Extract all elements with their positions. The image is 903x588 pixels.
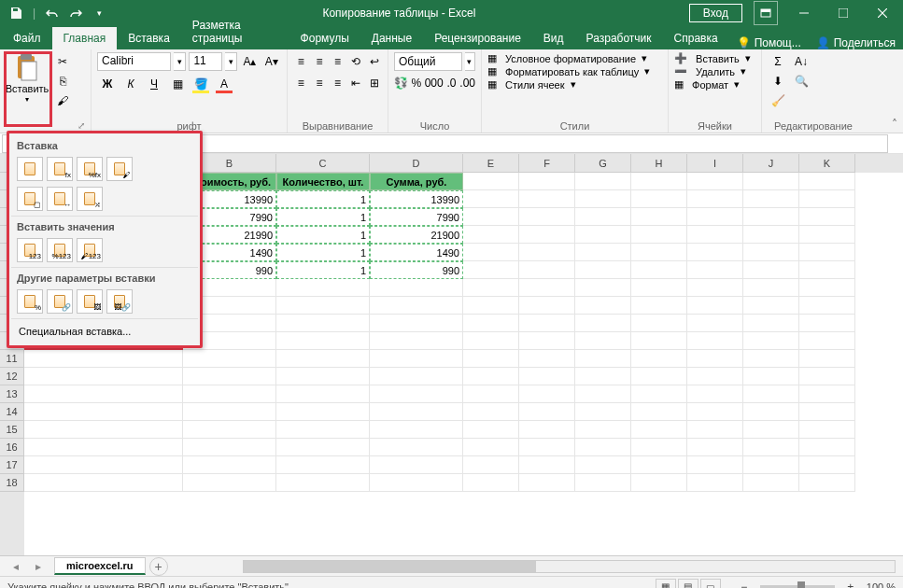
cell[interactable] <box>575 315 631 332</box>
cell[interactable] <box>687 350 743 368</box>
cell[interactable] <box>687 439 743 456</box>
cell[interactable] <box>463 332 519 350</box>
font-color-icon[interactable]: A <box>214 75 234 93</box>
cut-icon[interactable]: ✂ <box>52 52 73 71</box>
cell[interactable]: 13990 <box>370 190 463 208</box>
cell[interactable] <box>463 297 519 315</box>
tab-review[interactable]: Рецензирование <box>423 27 532 49</box>
autosum-icon[interactable]: Σ <box>768 52 788 71</box>
cell[interactable] <box>276 332 370 350</box>
maximize-icon[interactable] <box>825 1 862 25</box>
cell[interactable] <box>276 368 370 385</box>
cell[interactable] <box>631 244 687 261</box>
format-cells-button[interactable]: ▦ Формат ▾ <box>674 78 755 91</box>
tab-view[interactable]: Вид <box>532 27 575 49</box>
cell[interactable] <box>519 315 575 332</box>
zoom-level[interactable]: 100 % <box>867 581 896 589</box>
cell[interactable] <box>799 350 855 368</box>
cell[interactable] <box>519 456 575 474</box>
cell[interactable] <box>687 332 743 350</box>
tab-home[interactable]: Главная <box>52 27 118 49</box>
cell[interactable] <box>463 456 519 474</box>
cell[interactable] <box>687 315 743 332</box>
cell[interactable] <box>370 297 463 315</box>
cell[interactable] <box>519 173 575 190</box>
cell[interactable] <box>183 474 276 492</box>
row-header[interactable]: 17 <box>0 456 24 474</box>
cell[interactable] <box>183 439 276 456</box>
tab-help[interactable]: Справка <box>663 27 729 49</box>
cell[interactable] <box>370 421 463 439</box>
cell[interactable] <box>799 173 855 190</box>
cell[interactable] <box>276 297 370 315</box>
cell[interactable] <box>24 439 183 456</box>
column-header[interactable]: H <box>631 154 687 173</box>
merge-icon[interactable]: ⊞ <box>366 74 382 92</box>
cell[interactable] <box>743 208 799 226</box>
cell[interactable] <box>575 332 631 350</box>
cell[interactable] <box>183 385 276 403</box>
cell[interactable] <box>519 421 575 439</box>
cell[interactable] <box>370 385 463 403</box>
cell[interactable] <box>631 439 687 456</box>
insert-cells-button[interactable]: ➕ Вставить ▾ <box>674 52 755 64</box>
cell[interactable] <box>519 244 575 261</box>
paste-option-formatting[interactable]: % <box>17 289 43 314</box>
comma-icon[interactable]: 000 <box>425 74 444 92</box>
cell[interactable] <box>631 403 687 421</box>
column-header[interactable]: F <box>519 154 575 173</box>
collapse-ribbon-icon[interactable]: ˄ <box>892 118 897 131</box>
zoom-out-icon[interactable]: − <box>734 578 755 589</box>
paste-special-menu-item[interactable]: Специальная вставка... <box>11 321 198 342</box>
paste-option-values-number-fmt[interactable]: %123 <box>47 238 73 262</box>
paste-option-picture[interactable]: 🖼 <box>77 289 103 314</box>
zoom-in-icon[interactable]: + <box>840 578 861 589</box>
row-header[interactable]: 14 <box>0 403 24 421</box>
cell[interactable] <box>519 403 575 421</box>
redo-icon[interactable] <box>65 3 86 23</box>
cell[interactable]: 990 <box>370 261 463 279</box>
cell[interactable] <box>575 421 631 439</box>
cell[interactable]: 1 <box>276 244 370 261</box>
cell[interactable] <box>631 474 687 492</box>
cell[interactable] <box>743 474 799 492</box>
cell[interactable] <box>575 368 631 385</box>
wrap-text-icon[interactable]: ↩ <box>366 52 382 71</box>
cell[interactable] <box>575 403 631 421</box>
paste-option-values[interactable]: 123 <box>17 238 43 262</box>
cell[interactable] <box>631 385 687 403</box>
cell[interactable] <box>519 385 575 403</box>
cell[interactable] <box>799 279 855 297</box>
decrease-indent-icon[interactable]: ⇤ <box>348 74 364 92</box>
cell[interactable] <box>799 368 855 385</box>
formula-bar[interactable] <box>198 134 888 153</box>
cell[interactable] <box>687 297 743 315</box>
sheet-nav-prev-icon[interactable]: ◂ <box>6 557 26 576</box>
cell[interactable] <box>519 208 575 226</box>
font-name-dropdown-icon[interactable]: ▾ <box>174 52 186 71</box>
cell[interactable] <box>631 421 687 439</box>
cell[interactable] <box>687 190 743 208</box>
cell[interactable] <box>799 190 855 208</box>
cell[interactable] <box>575 456 631 474</box>
cell[interactable] <box>183 368 276 385</box>
save-icon[interactable] <box>6 3 26 23</box>
cell[interactable] <box>24 385 183 403</box>
percent-icon[interactable]: % <box>411 74 422 92</box>
number-format-dropdown-icon[interactable]: ▾ <box>465 52 475 71</box>
cell[interactable] <box>463 350 519 368</box>
align-center-icon[interactable]: ≡ <box>312 74 328 92</box>
column-header[interactable]: I <box>687 154 743 173</box>
cell[interactable] <box>799 332 855 350</box>
cell[interactable] <box>463 385 519 403</box>
sheet-nav-next-icon[interactable]: ▸ <box>28 557 49 576</box>
paste-option-keep-col-widths[interactable]: ↔ <box>47 187 73 211</box>
tab-formulas[interactable]: Формулы <box>289 27 360 49</box>
column-header[interactable]: C <box>276 154 370 173</box>
cell[interactable] <box>575 385 631 403</box>
cell[interactable] <box>463 439 519 456</box>
cell[interactable] <box>687 279 743 297</box>
cell[interactable] <box>370 350 463 368</box>
cell[interactable] <box>370 332 463 350</box>
tab-data[interactable]: Данные <box>360 27 423 49</box>
